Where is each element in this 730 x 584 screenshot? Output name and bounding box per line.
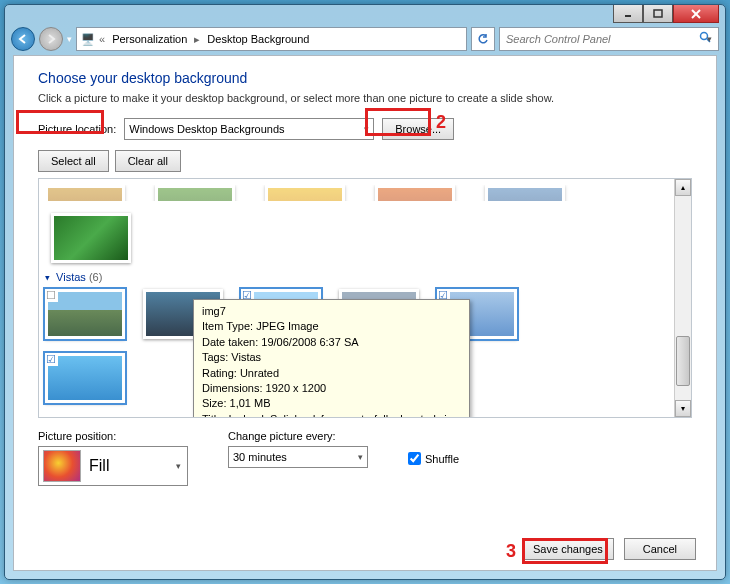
refresh-button[interactable] — [471, 27, 495, 51]
picture-gallery: Vistas (6) img7 Item Type: JPEG Image Da… — [38, 178, 692, 418]
chevron-right-icon: ▸ — [194, 33, 200, 46]
save-changes-button[interactable]: Save changes — [522, 538, 614, 560]
thumb-partial[interactable] — [485, 185, 565, 201]
position-label: Picture position: — [38, 430, 188, 442]
thumb-partial[interactable] — [45, 185, 125, 201]
search-input[interactable] — [506, 33, 699, 45]
tooltip-tags: Tags: Vistas — [202, 350, 461, 365]
nav-dropdown-icon[interactable]: ▾ — [67, 34, 72, 44]
tooltip-type: Item Type: JPEG Image — [202, 319, 461, 334]
thumb-partial[interactable] — [375, 185, 455, 201]
navigation-bar: ▾ 🖥️ « Personalization ▸ Desktop Backgro… — [5, 23, 725, 55]
scroll-thumb[interactable] — [676, 336, 690, 386]
window-controls — [613, 5, 719, 23]
shuffle-input[interactable] — [408, 452, 421, 465]
scroll-track[interactable] — [675, 196, 691, 400]
tooltip-rating: Rating: Unrated — [202, 366, 461, 381]
selection-row: Select all Clear all — [38, 150, 692, 172]
scroll-down-button[interactable]: ▾ — [675, 400, 691, 417]
footer-buttons: Save changes Cancel — [522, 538, 696, 560]
select-all-button[interactable]: Select all — [38, 150, 109, 172]
svg-rect-1 — [654, 10, 662, 17]
change-value: 30 minutes — [233, 451, 287, 463]
thumb-vista-6[interactable] — [45, 353, 125, 403]
close-button[interactable] — [673, 5, 719, 23]
monitor-icon: 🖥️ — [81, 33, 95, 46]
clear-all-button[interactable]: Clear all — [115, 150, 181, 172]
tooltip-name: img7 — [202, 304, 461, 319]
breadcrumb-current[interactable]: Desktop Background — [204, 33, 312, 45]
maximize-button[interactable] — [643, 5, 673, 23]
tooltip-date: Date taken: 19/06/2008 6:37 SA — [202, 335, 461, 350]
tooltip: img7 Item Type: JPEG Image Date taken: 1… — [193, 299, 470, 418]
change-interval-dropdown[interactable]: 30 minutes — [228, 446, 368, 468]
position-dropdown[interactable]: Fill — [38, 446, 188, 486]
address-dropdown-icon[interactable]: ▾ — [707, 34, 721, 44]
scroll-up-button[interactable]: ▴ — [675, 179, 691, 196]
window-frame: ▾ 🖥️ « Personalization ▸ Desktop Backgro… — [4, 4, 726, 580]
minimize-button[interactable] — [613, 5, 643, 23]
thumb-fern[interactable] — [51, 213, 131, 263]
gallery-scrollbar[interactable]: ▴ ▾ — [674, 179, 691, 417]
page-subtitle: Click a picture to make it your desktop … — [38, 92, 692, 104]
combo-value: Windows Desktop Backgrounds — [129, 123, 284, 135]
search-box[interactable] — [499, 27, 719, 51]
shuffle-checkbox[interactable]: Shuffle — [408, 452, 459, 465]
change-group: Change picture every: 30 minutes — [228, 430, 368, 468]
shuffle-label: Shuffle — [425, 453, 459, 465]
group-name: Vistas — [56, 271, 86, 283]
picture-location-combo[interactable]: Windows Desktop Backgrounds — [124, 118, 374, 140]
location-row: Picture location: Windows Desktop Backgr… — [38, 118, 692, 140]
thumb-partial[interactable] — [155, 185, 235, 201]
thumb-vista-1[interactable] — [45, 289, 125, 339]
annotation-3: 3 — [506, 541, 516, 562]
tooltip-dims: Dimensions: 1920 x 1200 — [202, 381, 461, 396]
breadcrumb-parent[interactable]: Personalization — [109, 33, 190, 45]
tooltip-size: Size: 1,01 MB — [202, 396, 461, 411]
picture-location-label: Picture location: — [38, 123, 116, 135]
back-button[interactable] — [11, 27, 35, 51]
browse-button[interactable]: Browse... — [382, 118, 454, 140]
chevron-icon: « — [99, 33, 105, 45]
partial-row — [45, 185, 671, 201]
page-title: Choose your desktop background — [38, 70, 692, 86]
address-bar[interactable]: 🖥️ « Personalization ▸ Desktop Backgroun… — [76, 27, 467, 51]
position-value: Fill — [89, 457, 109, 475]
forward-button[interactable] — [39, 27, 63, 51]
tooltip-title: Title: Iceland, Seljalandsfoss, waterfal… — [202, 412, 461, 418]
group-count: (6) — [89, 271, 102, 283]
thumb-partial[interactable] — [265, 185, 345, 201]
options-row: Picture position: Fill Change picture ev… — [38, 430, 692, 486]
cancel-button[interactable]: Cancel — [624, 538, 696, 560]
position-preview-icon — [43, 450, 81, 482]
position-group: Picture position: Fill — [38, 430, 188, 486]
content-pane: Choose your desktop background Click a p… — [13, 55, 717, 571]
change-label: Change picture every: — [228, 430, 368, 442]
group-header-vistas[interactable]: Vistas (6) — [45, 271, 671, 283]
